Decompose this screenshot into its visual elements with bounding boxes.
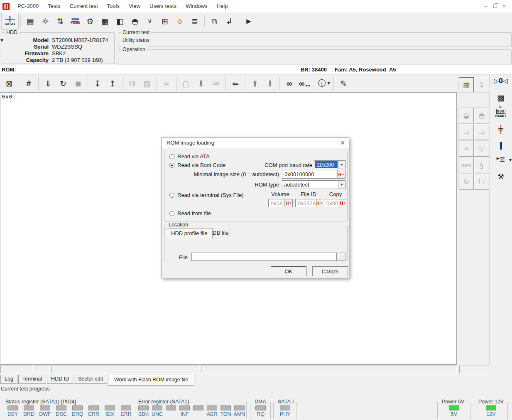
hex-input-button[interactable]: H — [339, 199, 347, 207]
tab-hdd-id[interactable]: HDD ID — [47, 375, 73, 384]
database-button[interactable]: ◓ — [127, 14, 142, 28]
find-next-button[interactable]: ∞‥ — [297, 76, 312, 91]
id-report-button[interactable]: ID — [459, 141, 474, 157]
save-image-file-button[interactable]: ↥ — [105, 76, 120, 91]
chip-resources-button[interactable]: ▦ — [98, 14, 113, 28]
read-rom-button[interactable]: ⇓ — [41, 76, 56, 91]
radio-read-from-file[interactable]: Read from file — [169, 210, 211, 216]
main-menu: PC-3000 Tests Current test Tools View Us… — [13, 0, 232, 12]
edit-list-button[interactable]: ✎ — [336, 76, 351, 91]
menu-windows[interactable]: Windows — [181, 0, 212, 12]
chip-card-icon[interactable]: ▩ — [491, 93, 511, 102]
volume-input[interactable]: 0x0A H — [268, 199, 293, 207]
tab-sector-edit[interactable]: Sector edit — [74, 375, 107, 384]
led-inf: INF — [178, 405, 191, 417]
file-path-input[interactable] — [191, 253, 337, 261]
filter-button[interactable]: ⊽ — [142, 14, 157, 28]
start-options-dropdown[interactable]: ▼ — [504, 158, 512, 162]
doc-plain-button[interactable]: ▢ — [179, 76, 194, 91]
menu-pc3000[interactable]: PC-3000 — [13, 0, 43, 12]
browse-button[interactable]: ... — [337, 253, 345, 261]
ok-button[interactable]: OK — [271, 266, 306, 276]
menu-view[interactable]: View — [124, 0, 145, 12]
bus-lines-b-button[interactable]: ⫤ — [474, 124, 489, 140]
find-button[interactable]: ∞ — [282, 76, 297, 91]
settings-save-button[interactable]: ⚙ — [83, 14, 98, 28]
dialog-close-button[interactable]: ✕ — [336, 140, 349, 146]
db-write-button[interactable]: ◓ — [474, 108, 489, 123]
doc-download-button[interactable]: ⇩ — [194, 76, 208, 91]
file-id-input[interactable]: 0x032A H — [295, 199, 322, 207]
port-switch-button[interactable]: ⇅ — [53, 14, 68, 28]
copy-input[interactable]: 0x00 H — [324, 199, 347, 207]
copy-button[interactable]: ⧉ — [125, 76, 140, 91]
rom-info-button[interactable]: ⓘ▼ — [316, 76, 331, 91]
file-label: File — [176, 254, 188, 260]
restore-button[interactable] — [490, 2, 500, 10]
reset-button[interactable]: 1↓ 000 RESET — [491, 105, 511, 118]
zero-jumper-icon[interactable]: ▷0◁ — [491, 77, 511, 85]
chip-1-button[interactable]: 1 — [474, 77, 489, 92]
new-image-button[interactable]: ⊠ — [2, 76, 17, 91]
test-blocks-button[interactable]: ◧ — [113, 14, 127, 28]
baud-rate-combo[interactable]: 115200 ▼ — [314, 160, 345, 169]
alert-dropdown-button[interactable]: !▼ — [474, 174, 489, 190]
rom-type-value: autodetect — [282, 181, 338, 188]
utility-status-text: Utility status — [122, 37, 149, 43]
baud-rate-button[interactable]: 960057600 — [68, 14, 83, 28]
table-view-button[interactable]: ⊞ — [157, 14, 172, 28]
utility-report-button[interactable]: ▤ — [23, 14, 38, 28]
pause-button[interactable]: ‖ — [491, 141, 511, 150]
compare-button[interactable]: ≍ — [159, 76, 174, 91]
doc-123-button[interactable]: 123 — [208, 76, 223, 91]
hex-input-button[interactable]: H — [337, 170, 345, 178]
tab-flash-rom-image[interactable]: Work with Flash ROM image file — [108, 375, 194, 386]
sata1-port-button[interactable]: ─╂─ SATA1 — [2, 13, 18, 29]
tab-terminal[interactable]: Terminal — [18, 375, 46, 384]
script-list-button[interactable]: ≣ — [187, 14, 202, 28]
tab-hdd-profile-file[interactable]: HDD profile file — [166, 228, 213, 238]
cancel-button[interactable]: Cancel — [312, 266, 348, 276]
combo-dropdown-icon[interactable]: ▼ — [338, 181, 345, 189]
dialog-titlebar[interactable]: ROM image loading ✕ — [162, 138, 349, 148]
paste-button[interactable]: ▧ — [140, 76, 154, 91]
rom-type-combo[interactable]: autodetect ▼ — [282, 180, 345, 189]
tab-db-file[interactable]: DB file — [208, 228, 233, 237]
chip-select-button[interactable]: ▦ — [459, 77, 474, 92]
data-flow-button[interactable]: DATA — [459, 157, 474, 173]
reload-button[interactable]: ↻ — [56, 76, 71, 91]
set-address-button[interactable]: # — [21, 76, 36, 91]
doc-export-button[interactable]: ⇐ — [228, 76, 243, 91]
scroll-log-button[interactable]: § — [474, 157, 489, 173]
meter-button[interactable]: ▽ — [474, 141, 489, 157]
bus-lines-a-button[interactable]: ⫤ — [459, 124, 474, 140]
run-button[interactable]: ▶ — [241, 14, 256, 28]
menu-tests[interactable]: Tests — [43, 0, 65, 12]
user-exit-button[interactable]: ↲ — [222, 14, 237, 28]
close-button[interactable]: ✕ — [500, 2, 509, 10]
radio-read-via-ata[interactable]: Read via ATA — [169, 153, 210, 160]
menu-help[interactable]: Help — [212, 0, 233, 12]
goto-top-button[interactable]: ⇧ — [247, 76, 262, 91]
combo-dropdown-icon[interactable]: ▼ — [338, 161, 345, 169]
hex-input-button[interactable]: H — [316, 199, 323, 207]
radio-read-via-boot-code[interactable]: Read via Boot Code — [169, 162, 225, 168]
drive-power-button[interactable]: ☼ — [38, 14, 53, 28]
goto-bottom-button[interactable]: ⇩ — [262, 76, 277, 91]
menu-current-test[interactable]: Current test — [65, 0, 103, 12]
stop-button[interactable]: ■ — [71, 76, 86, 91]
minimize-button[interactable]: – — [481, 2, 490, 10]
load-image-file-button[interactable]: ↧ — [90, 76, 105, 91]
tab-log[interactable]: Log — [0, 375, 17, 384]
power-pin-icon[interactable]: ╪ — [491, 125, 511, 134]
flowchart-button[interactable]: ◇ — [172, 14, 187, 28]
tools-button[interactable]: ⚒ — [491, 172, 511, 181]
menu-tools[interactable]: Tools — [103, 0, 124, 12]
min-size-input[interactable]: 0x00100000 H — [282, 170, 345, 179]
menu-users-tests[interactable]: Users tests — [145, 0, 181, 12]
db-read-button[interactable]: ◒ — [459, 108, 474, 123]
hex-input-button[interactable]: H — [284, 199, 292, 207]
doc-refresh-button[interactable]: ↻ — [459, 174, 474, 190]
windows-copy-button[interactable]: ⧉ — [207, 14, 222, 28]
radio-read-via-terminal[interactable]: Read via terminal (Sys File) — [169, 192, 244, 198]
